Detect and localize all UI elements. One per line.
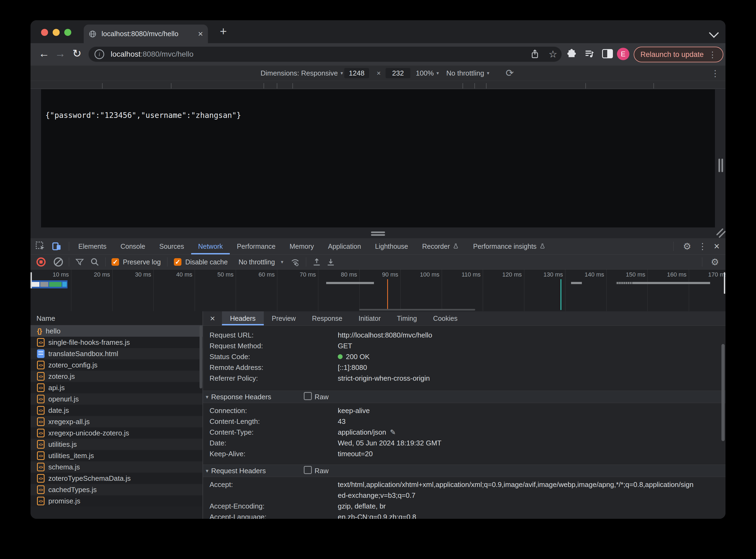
zoom-select[interactable]: 100% ▾ xyxy=(416,66,439,81)
devtools-settings-gear-icon[interactable]: ⚙ xyxy=(683,241,691,252)
devtools-menu-kebab-icon[interactable]: ⋮ xyxy=(698,241,707,251)
detail-pane-scrollbar[interactable] xyxy=(721,344,725,441)
tab-timing[interactable]: Timing xyxy=(389,311,425,326)
throttling-select[interactable]: No throttling ▾ xyxy=(446,66,489,81)
tab-preview[interactable]: Preview xyxy=(264,311,304,326)
network-throttling-select[interactable]: No throttling xyxy=(238,258,275,266)
tab-elements[interactable]: Elements xyxy=(71,238,113,254)
device-toolbar-kebab-icon[interactable]: ⋮ xyxy=(711,68,719,79)
request-row[interactable]: <> schema.js xyxy=(30,461,202,473)
reload-button[interactable]: ↻ xyxy=(70,47,83,60)
tab-recorder[interactable]: Recorder xyxy=(415,238,466,254)
tab-close-icon[interactable]: × xyxy=(198,29,203,39)
overview-scrollbar[interactable] xyxy=(359,309,475,311)
detail-close-icon[interactable]: × xyxy=(203,311,222,326)
back-button[interactable]: ← xyxy=(38,47,50,60)
clear-network-log-icon[interactable] xyxy=(54,258,63,267)
edit-pencil-icon[interactable]: ✎ xyxy=(390,428,396,437)
browser-menu-kebab-icon[interactable]: ⋮ xyxy=(709,50,717,59)
header-row-content-length: Content-Length: 43 xyxy=(203,416,726,427)
js-file-icon: <> xyxy=(37,395,45,403)
import-har-icon[interactable] xyxy=(312,258,321,267)
tab-headers[interactable]: Headers xyxy=(222,311,264,326)
media-controls-icon[interactable] xyxy=(584,49,595,59)
overview-range-handle-left[interactable] xyxy=(30,272,32,288)
request-list-scrollbar[interactable] xyxy=(199,326,202,388)
request-row[interactable]: <> promise.js xyxy=(30,495,202,507)
forward-button[interactable]: → xyxy=(54,47,67,60)
request-row[interactable]: translateSandbox.html xyxy=(30,348,202,359)
request-row[interactable]: <> api.js xyxy=(30,382,202,393)
network-toolbar: ✓ Preserve log ✓ Disable cache No thrott… xyxy=(30,255,726,269)
network-overview-timeline[interactable]: 10 ms 20 ms 30 ms 40 ms 50 ms 60 ms 70 m… xyxy=(30,269,726,311)
tab-application[interactable]: Application xyxy=(321,238,368,254)
js-file-icon: <> xyxy=(37,417,45,426)
tab-lighthouse[interactable]: Lighthouse xyxy=(368,238,415,254)
request-row[interactable]: <> xregexp-unicode-zotero.js xyxy=(30,427,202,439)
disable-cache-checkbox[interactable]: ✓ xyxy=(174,258,181,266)
tab-console[interactable]: Console xyxy=(113,238,152,254)
overview-range-handle-right[interactable] xyxy=(724,272,725,294)
record-network-log-button[interactable] xyxy=(37,258,46,267)
device-toolbar-toggle-icon[interactable] xyxy=(51,241,62,251)
extensions-puzzle-icon[interactable] xyxy=(566,49,577,59)
response-headers-section-header[interactable]: ▾ Response Headers Raw xyxy=(203,391,726,403)
viewport-width-input[interactable]: 1248 xyxy=(344,68,369,78)
request-row[interactable]: <> zoteroTypeSchemaData.js xyxy=(30,473,202,484)
request-row[interactable]: <> single-file-hooks-frames.js xyxy=(30,337,202,348)
filter-funnel-icon[interactable] xyxy=(75,258,84,267)
header-row-connection: Connection: keep-alive xyxy=(203,405,726,416)
traffic-light-maximize-icon[interactable] xyxy=(64,29,71,36)
profile-avatar[interactable]: E xyxy=(617,48,629,60)
network-settings-gear-icon[interactable]: ⚙ xyxy=(711,256,719,267)
rotate-viewport-button[interactable]: ⟳ xyxy=(506,66,514,81)
request-row[interactable]: <> xregexp-all.js xyxy=(30,416,202,427)
js-file-icon: <> xyxy=(37,485,45,494)
inspect-element-icon[interactable] xyxy=(35,241,46,251)
network-conditions-icon[interactable] xyxy=(290,257,300,267)
export-har-icon[interactable] xyxy=(326,258,335,267)
dimensions-select[interactable]: Dimensions: Responsive ▾ xyxy=(261,66,343,81)
request-row-hello[interactable]: {} hello xyxy=(30,326,202,337)
request-row[interactable]: <> utilities.js xyxy=(30,439,202,450)
relaunch-to-update-button[interactable]: Relaunch to update ⋮ xyxy=(634,47,723,62)
traffic-light-close-icon[interactable] xyxy=(41,29,48,36)
side-panel-icon[interactable] xyxy=(602,49,613,58)
search-icon[interactable] xyxy=(90,258,99,267)
preserve-log-checkbox[interactable]: ✓ xyxy=(111,258,119,266)
site-info-icon[interactable]: i xyxy=(94,49,104,59)
request-headers-section-header[interactable]: ▾ Request Headers Raw xyxy=(203,465,726,477)
request-row[interactable]: <> date.js xyxy=(30,405,202,416)
tab-sources[interactable]: Sources xyxy=(152,238,191,254)
response-raw-checkbox[interactable] xyxy=(304,392,312,400)
request-table-name-header[interactable]: Name xyxy=(30,311,202,326)
tab-cookies[interactable]: Cookies xyxy=(425,311,466,326)
tab-memory[interactable]: Memory xyxy=(282,238,321,254)
new-tab-button[interactable]: + xyxy=(217,25,230,38)
viewport-height-input[interactable]: 232 xyxy=(386,68,410,78)
bookmark-star-icon[interactable]: ☆ xyxy=(549,49,557,60)
tab-search-chevron-icon[interactable] xyxy=(709,28,719,38)
tab-network[interactable]: Network xyxy=(191,238,230,254)
tab-performance[interactable]: Performance xyxy=(230,238,282,254)
devtools-close-icon[interactable]: × xyxy=(714,241,719,252)
address-bar[interactable]: i localhost:8080/mvc/hello ☆ xyxy=(89,47,562,62)
disclosure-triangle-icon[interactable]: ▾ xyxy=(206,394,209,400)
request-row[interactable]: <> zotero.js xyxy=(30,371,202,382)
browser-tab[interactable]: localhost:8080/mvc/hello × xyxy=(84,25,208,43)
request-raw-checkbox[interactable] xyxy=(304,466,312,474)
tab-performance-insights[interactable]: Performance insights xyxy=(466,238,553,254)
request-row[interactable]: <> zotero_config.js xyxy=(30,359,202,371)
request-row[interactable]: <> cachedTypes.js xyxy=(30,484,202,495)
share-icon[interactable] xyxy=(530,49,539,59)
request-row[interactable]: <> openurl.js xyxy=(30,393,202,405)
viewport-resize-handle-right[interactable] xyxy=(718,159,720,172)
request-row[interactable]: <> utilities_item.js xyxy=(30,450,202,461)
disclosure-triangle-icon[interactable]: ▾ xyxy=(206,468,209,474)
viewport-resize-handle-bottom[interactable] xyxy=(371,234,385,236)
viewport-resize-handle-right[interactable] xyxy=(721,159,723,172)
tab-response[interactable]: Response xyxy=(304,311,350,326)
tab-initiator[interactable]: Initiator xyxy=(350,311,389,326)
viewport-resize-handle-bottom[interactable] xyxy=(371,231,385,233)
traffic-light-minimize-icon[interactable] xyxy=(53,29,60,36)
